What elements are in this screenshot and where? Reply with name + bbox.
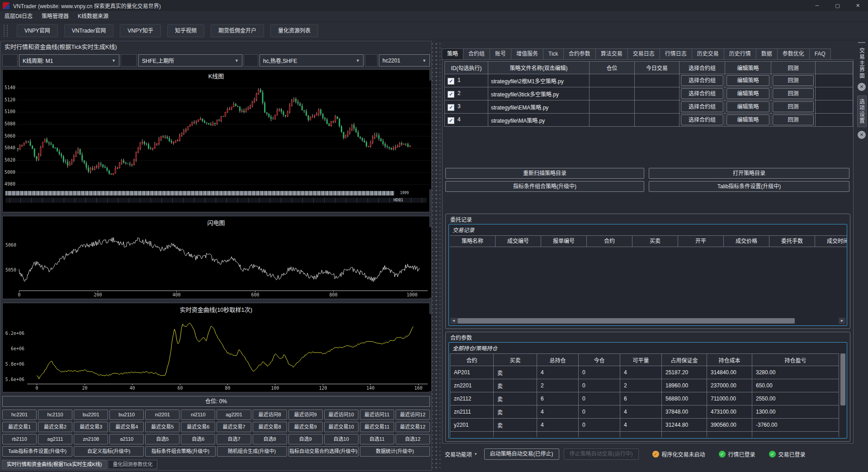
quick-contract-button[interactable]: bu2110 [109, 410, 144, 420]
strategy-file-cell[interactable]: strategyfile\MA策略.py [488, 114, 590, 127]
select-contract-group-button[interactable]: 选择合约组 [681, 114, 723, 125]
holding-row[interactable]: AP201卖40425187.20314840.003280.00 [450, 366, 839, 379]
quick-contract-button[interactable]: 自选9 [288, 434, 323, 444]
kline-chart-canvas[interactable] [4, 81, 431, 189]
edit-strategy-button[interactable]: 编辑策略 [726, 75, 769, 86]
quick-contract-button[interactable]: 最近交易9 [288, 422, 323, 432]
tab-3[interactable]: 增值服务 [511, 48, 543, 60]
tool-button[interactable]: 自定义指标(升级中) [74, 446, 144, 457]
contract-selector-2[interactable]: hc,热卷,SHFE▼ [259, 54, 363, 67]
tool-button[interactable]: 数据统计(升级中) [360, 446, 430, 457]
quick-contract-button[interactable]: 自选7 [217, 434, 251, 444]
quick-contract-button[interactable]: 最近交易12 [396, 422, 430, 432]
toolbar-button-2[interactable]: VNPY知乎 [120, 24, 161, 37]
contract-selector-3[interactable]: hc2201▼ [379, 54, 430, 67]
quick-contract-button[interactable]: bu2201 [74, 410, 108, 420]
indicator-combo-strategy-button[interactable]: 指标条件组合策略(升级中) [445, 181, 644, 192]
strategy-checkbox[interactable]: ✓ [448, 104, 454, 111]
circle-close-icon[interactable]: ✕ [858, 83, 866, 91]
tab-11[interactable]: 数据 [756, 48, 778, 60]
quick-contract-button[interactable]: 自选11 [360, 434, 394, 444]
edit-strategy-button[interactable]: 编辑策略 [726, 88, 769, 99]
menu-item-1[interactable]: 策略管理器 [37, 11, 73, 22]
backtest-button[interactable]: 回测 [773, 75, 814, 86]
quick-contract-button[interactable]: 最近访问8 [253, 410, 287, 420]
quick-contract-button[interactable]: 最近交易3 [74, 422, 108, 432]
quick-contract-button[interactable]: 最近交易10 [324, 422, 359, 432]
quick-contract-button[interactable]: 最近交易8 [253, 422, 287, 432]
quick-contract-button[interactable]: ag2111 [38, 434, 72, 444]
quick-contract-button[interactable]: 最近交易7 [217, 422, 251, 432]
tab-5[interactable]: 合约参数 [563, 48, 596, 60]
kline-xaxis-scrollbar[interactable] [5, 191, 394, 195]
strategy-file-cell[interactable]: strategyfile\3tick多空策略.py [488, 87, 590, 100]
quick-contract-button[interactable]: 最近访问10 [324, 410, 359, 420]
toolbar-button-1[interactable]: VNTrader官网 [64, 24, 114, 37]
vscroll-thumb[interactable] [840, 353, 845, 405]
quick-contract-button[interactable]: 最近访问9 [288, 410, 323, 420]
talib-setting-button[interactable]: Talib指标条件设置(升级中) [649, 181, 849, 192]
left-dock-tab-0[interactable]: 实时行情和资金曲线(根据Tick实时生成K线) [2, 460, 107, 469]
holding-row[interactable]: y2201卖40431244.80390560.00-3760.00 [450, 419, 839, 432]
tab-7[interactable]: 交易日志 [627, 48, 660, 60]
holding-row[interactable]: zn2111卖40437848.00473100.001300.00 [450, 405, 839, 419]
toolbar-button-3[interactable]: 知乎视频 [167, 24, 204, 37]
equity-chart-canvas[interactable] [4, 314, 431, 391]
vertical-splitter[interactable] [432, 41, 440, 471]
open-strategy-dir-button[interactable]: 打开策略目录 [649, 168, 849, 179]
strategy-file-cell[interactable]: strategyfile\EMA策略.py [488, 100, 590, 114]
quick-contract-button[interactable]: ni2110 [181, 410, 215, 420]
quick-contract-button[interactable]: 最近交易5 [145, 422, 179, 432]
quick-contract-button[interactable]: 最近访问12 [396, 410, 430, 420]
contract-selector-0[interactable]: K线周期: M1▼ [19, 54, 119, 67]
holding-row[interactable]: zn2201卖20218960.00237000.00650.00 [450, 379, 839, 392]
holding-table-vscrollbar[interactable] [840, 353, 846, 437]
select-contract-group-button[interactable]: 选择合约组 [681, 88, 723, 99]
tab-0[interactable]: 策略 [442, 48, 463, 60]
toolbar-button-5[interactable]: 量化资源列表 [270, 24, 318, 37]
tool-button[interactable]: 指标自动交易合约选择(升级中) [288, 446, 359, 457]
quick-contract-button[interactable]: hc2110 [38, 410, 72, 420]
holding-row[interactable]: zn2112卖60656880.00711000.002550.00 [450, 392, 839, 405]
strategy-file-cell[interactable]: strategyfile\2根M1多空策略.py [488, 74, 590, 87]
quick-contract-button[interactable]: 自选5 [145, 434, 179, 444]
quick-contract-button[interactable]: rb2110 [2, 434, 37, 444]
quick-contract-button[interactable]: 自选6 [181, 434, 215, 444]
tab-10[interactable]: 历史行情 [724, 48, 756, 60]
quick-contract-button[interactable]: 自选12 [396, 434, 430, 444]
tab-1[interactable]: 合约组 [463, 48, 490, 60]
quick-contract-button[interactable]: 最近交易2 [38, 422, 72, 432]
tab-8[interactable]: 行情日志 [660, 48, 692, 60]
tool-button[interactable]: Talib指标条件设置(升级中) [2, 446, 72, 457]
tick-chart-canvas[interactable] [4, 227, 431, 298]
side-tab-0[interactable]: 交易主界面 [858, 48, 866, 79]
circle-close-icon[interactable]: ✕ [858, 131, 866, 139]
minimize-button[interactable]: ─ [807, 0, 827, 11]
quick-contract-button[interactable]: 最近交易1 [2, 422, 37, 432]
menu-item-0[interactable]: 底层Dll日志 [0, 11, 37, 22]
left-dock-tab-1[interactable]: 量化回测参数优化 [108, 460, 157, 469]
quick-contract-button[interactable]: 最近交易11 [360, 422, 394, 432]
select-contract-group-button[interactable]: 选择合约组 [681, 101, 723, 112]
rescan-strategy-dir-button[interactable]: 重新扫描策略目录 [445, 168, 644, 179]
tab-9[interactable]: 历史交易 [692, 48, 724, 60]
quick-contract-button[interactable]: 自选10 [324, 434, 359, 444]
quick-contract-button[interactable]: 自选8 [253, 434, 287, 444]
strategy-checkbox[interactable]: ✓ [448, 91, 454, 98]
tab-6[interactable]: 算法交易 [595, 48, 628, 60]
tab-4[interactable]: Tick [543, 48, 564, 60]
quick-contract-button[interactable]: a2110 [109, 434, 144, 444]
side-tab-1[interactable]: 选项设置 [857, 95, 867, 127]
quick-contract-button[interactable]: zn2108 [74, 434, 108, 444]
scroll-right-icon[interactable]: ► [839, 318, 845, 324]
toolbar-button-4[interactable]: 期货低佣金开户 [211, 24, 264, 37]
edit-strategy-button[interactable]: 编辑策略 [726, 114, 769, 125]
edit-strategy-button[interactable]: 编辑策略 [726, 101, 769, 112]
trade-table-hscrollbar[interactable]: ◄ ► [450, 318, 845, 324]
tab-2[interactable]: 账号 [490, 48, 511, 60]
stop-auto-trade-button[interactable]: 停止策略自动交易(运行中) [564, 448, 639, 460]
start-auto-trade-button[interactable]: 启动策略自动交易(已停止) [484, 448, 559, 460]
backtest-button[interactable]: 回测 [773, 114, 814, 125]
hscroll-thumb[interactable] [458, 318, 795, 324]
contract-selector-1[interactable]: SHFE,上期所▼ [138, 54, 242, 67]
